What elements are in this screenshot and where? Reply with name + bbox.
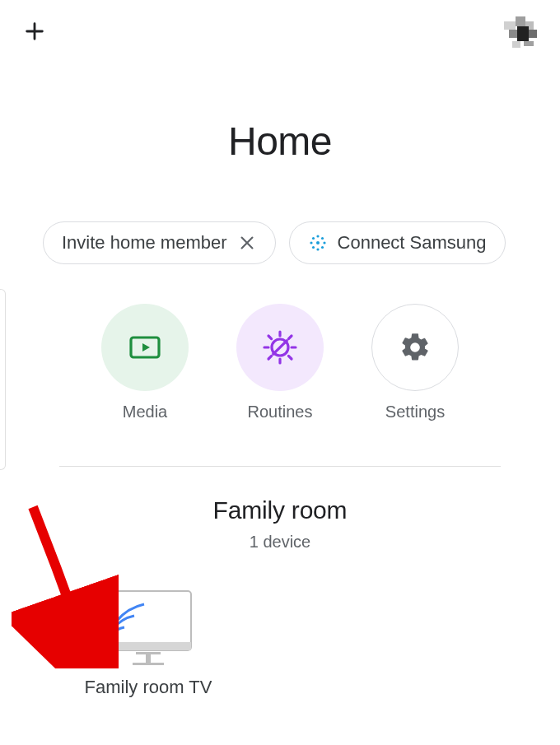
avatar-icon [504, 16, 540, 53]
svg-point-13 [311, 237, 314, 240]
svg-point-12 [323, 241, 325, 244]
svg-rect-32 [133, 663, 164, 665]
svg-point-11 [310, 241, 312, 244]
gear-icon [399, 331, 432, 364]
svg-line-24 [268, 336, 272, 339]
svg-point-8 [316, 241, 320, 244]
chip-label: Connect Samsung [338, 232, 487, 254]
routines-icon [260, 328, 300, 367]
settings-label: Settings [385, 403, 445, 421]
media-button[interactable]: Media [101, 304, 189, 421]
svg-rect-1 [516, 16, 525, 26]
svg-rect-0 [504, 21, 516, 30]
room-device-count: 1 device [0, 533, 560, 552]
svg-point-15 [311, 246, 314, 249]
svg-rect-6 [512, 41, 520, 48]
settings-button[interactable]: Settings [371, 304, 459, 421]
svg-rect-30 [136, 652, 161, 654]
suggestion-chips: Invite home member Connect Samsung [0, 221, 560, 264]
svg-point-9 [316, 235, 319, 237]
media-icon-circle [101, 304, 189, 391]
chip-label: Invite home member [62, 232, 227, 254]
svg-rect-29 [105, 642, 191, 650]
svg-rect-4 [517, 26, 529, 41]
invite-home-member-chip[interactable]: Invite home member [43, 221, 276, 264]
media-label: Media [123, 403, 167, 421]
close-icon [238, 234, 256, 252]
account-avatar[interactable] [504, 16, 540, 53]
svg-line-27 [288, 336, 292, 339]
cast-tv-icon [103, 589, 194, 665]
page-title: Home [0, 119, 560, 164]
smartthings-icon [308, 233, 328, 253]
svg-rect-3 [509, 30, 517, 38]
svg-rect-7 [524, 41, 534, 46]
routines-icon-circle [236, 304, 324, 391]
routines-button[interactable]: Routines [236, 304, 324, 421]
routines-label: Routines [248, 403, 313, 421]
svg-point-10 [316, 248, 319, 250]
connect-samsung-chip[interactable]: Connect Samsung [289, 221, 506, 264]
device-label: Family room TV [85, 677, 212, 698]
settings-icon-circle [371, 304, 459, 391]
quick-actions-row: Media Routines Settings [0, 304, 560, 421]
plus-icon [23, 20, 46, 43]
svg-line-25 [288, 356, 292, 359]
svg-rect-31 [146, 654, 151, 663]
dismiss-chip-button[interactable] [237, 233, 257, 253]
section-divider [59, 466, 501, 467]
media-icon [125, 328, 165, 367]
room-title: Family room [0, 496, 560, 524]
svg-rect-5 [529, 30, 537, 38]
svg-point-16 [320, 246, 323, 249]
svg-point-14 [320, 237, 323, 240]
device-tile-family-room-tv[interactable]: Family room TV [74, 589, 222, 698]
add-button[interactable] [20, 16, 49, 46]
svg-line-26 [268, 356, 272, 359]
